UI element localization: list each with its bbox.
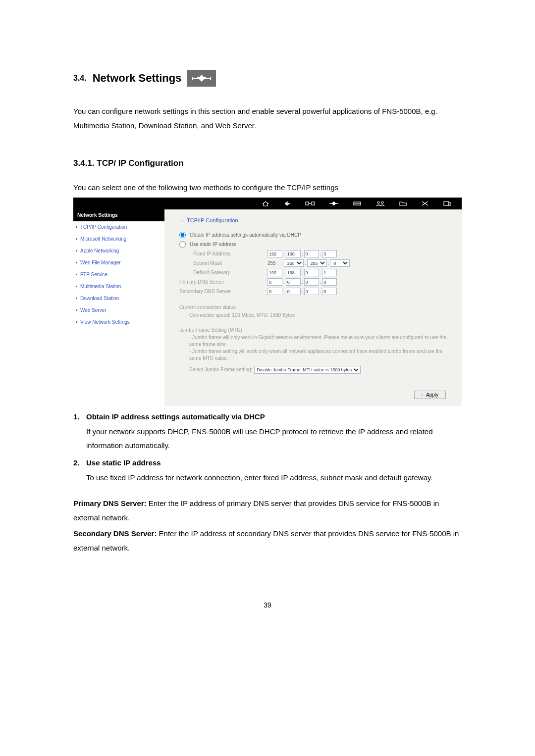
gateway-1[interactable]	[268, 269, 282, 276]
fixed-ip-2[interactable]	[286, 250, 301, 257]
svg-point-14	[377, 202, 379, 203]
pdns-row: Primary DNS Server . . .	[179, 278, 453, 286]
radio-static-row[interactable]: Use static IP address	[179, 241, 453, 249]
sdns-row: Secondary DNS Server . . .	[179, 288, 453, 296]
jumbo-select[interactable]: Disable Jumbo Frame, MTU value is 1500 b…	[254, 366, 361, 374]
pane-title: →TCP/IP Configuration	[179, 216, 453, 225]
sidebar-item-apple[interactable]: Apple Networking	[73, 245, 164, 257]
gateway-2[interactable]	[286, 269, 301, 276]
radio-dhcp[interactable]	[179, 232, 186, 238]
radio-dhcp-label: Obtain IP address settings automatically…	[190, 231, 301, 239]
list-2-head: Use static IP address	[86, 457, 161, 469]
fixed-ip-1[interactable]	[268, 250, 282, 257]
sdns-2[interactable]	[286, 288, 301, 295]
disk-icon[interactable]	[353, 201, 362, 206]
network-topbar-icon[interactable]	[329, 201, 339, 206]
fixed-ip-row: Fixed IP Address . . .	[193, 250, 453, 258]
pdns-4[interactable]	[322, 278, 337, 286]
list-2-body: To use fixed IP address for network conn…	[86, 471, 462, 485]
conn-line1: Current connection status	[179, 303, 453, 311]
svg-rect-6	[306, 202, 309, 205]
folder-icon[interactable]	[399, 201, 407, 206]
page-number: 39	[73, 600, 462, 610]
list-1-head: Obtain IP address settings automatically…	[86, 411, 265, 423]
subnet-1: 255	[268, 259, 280, 267]
gateway-row: Default Gateway . . .	[193, 269, 453, 277]
home-icon[interactable]	[262, 201, 269, 206]
tools-icon[interactable]	[421, 201, 429, 206]
list-1-body: If your network supports DHCP, FNS-5000B…	[86, 425, 462, 453]
list-num-1: 1.	[73, 411, 86, 423]
fixed-ip-label: Fixed IP Address	[193, 250, 268, 258]
conn-line2: Connection speed: 100 Mbps, MTU: 1500 By…	[189, 311, 453, 319]
primary-dns-label: Primary DNS Server:	[73, 499, 147, 507]
numbered-list: 1.Obtain IP address settings automatical…	[73, 411, 462, 485]
fixed-ip-4[interactable]	[322, 250, 337, 257]
users-icon[interactable]	[375, 201, 385, 206]
secondary-dns-para: Secondary DNS Server: Enter the IP addre…	[73, 527, 462, 555]
pdns-2[interactable]	[286, 278, 301, 286]
sidebar-item-multimedia[interactable]: Multimedia Station	[73, 281, 164, 293]
panel-topbar	[73, 198, 462, 209]
heading-number: 3.4.	[73, 72, 87, 85]
sidebar-item-webserver[interactable]: Web Server	[73, 304, 164, 316]
svg-point-15	[381, 202, 383, 203]
jumbo-line2: - Jumbo frame setting will work only whe…	[189, 348, 453, 362]
intro-text: You can configure network settings in th…	[73, 104, 462, 133]
pane-title-text: TCP/IP Configuration	[187, 217, 238, 223]
sdns-1[interactable]	[268, 288, 282, 295]
list-num-2: 2.	[73, 457, 86, 469]
jumbo-section: Jumbo Frame Setting (MTU) - Jumbo frame …	[179, 326, 453, 374]
sidebar-item-view[interactable]: View Network Settings	[73, 316, 164, 328]
secondary-dns-label: Secondary DNS Server:	[73, 529, 157, 538]
sdns-label: Secondary DNS Server	[179, 288, 268, 296]
heading-title: Network Settings	[93, 69, 182, 87]
sidebar-item-webfile[interactable]: Web File Manager	[73, 257, 164, 269]
svg-marker-10	[332, 202, 336, 205]
primary-dns-para: Primary DNS Server: Enter the IP address…	[73, 497, 462, 525]
pdns-3[interactable]	[304, 278, 319, 286]
pdns-label: Primary DNS Server	[179, 278, 268, 286]
jumbo-line1: - Jumbo frame will only work in Gigabit …	[189, 334, 453, 348]
radio-static[interactable]	[179, 241, 186, 248]
svg-rect-17	[449, 202, 450, 205]
subnet-2[interactable]: 255	[284, 259, 304, 267]
sdns-4[interactable]	[322, 288, 337, 295]
jumbo-select-label: Select Jumbo Frame setting:	[189, 366, 252, 374]
network-icon	[187, 70, 216, 87]
sidebar-item-tcpip[interactable]: TCP/IP Configuration	[73, 221, 164, 233]
panel-sidebar: Network Settings TCP/IP Configuration Mi…	[73, 209, 164, 406]
svg-rect-16	[444, 202, 449, 205]
subnet-4[interactable]: 0	[330, 259, 350, 267]
svg-rect-5	[197, 77, 206, 79]
subsection-heading: 3.4.1. TCP/ IP Configuration	[73, 156, 462, 170]
gateway-label: Default Gateway	[193, 269, 268, 277]
report-icon[interactable]	[443, 201, 451, 206]
subnet-3[interactable]: 255	[307, 259, 327, 267]
connection-status: Current connection status Connection spe…	[179, 303, 453, 319]
subsection-intro: You can select one of the following two …	[73, 182, 462, 194]
gateway-3[interactable]	[304, 269, 319, 276]
fixed-ip-3[interactable]	[304, 250, 319, 257]
sidebar-item-download[interactable]: Download Station	[73, 293, 164, 304]
subnet-label: Subnet Mask	[193, 259, 268, 267]
sdns-3[interactable]	[304, 288, 319, 295]
pdns-1[interactable]	[268, 278, 282, 286]
jumbo-title: Jumbo Frame Setting (MTU)	[179, 326, 453, 334]
svg-rect-8	[312, 202, 315, 205]
sidebar-item-ftp[interactable]: FTP Service	[73, 269, 164, 281]
subnet-row: Subnet Mask 255. 255. 255. 0	[193, 259, 453, 267]
sidebar-item-microsoft[interactable]: Microsoft Networking	[73, 233, 164, 245]
lightning-icon[interactable]	[283, 201, 291, 206]
section-heading: 3.4. Network Settings	[73, 69, 462, 87]
gateway-4[interactable]	[322, 269, 337, 276]
server-icon[interactable]	[305, 201, 315, 206]
content-pane: →TCP/IP Configuration Obtain IP address …	[164, 209, 462, 406]
tcpip-panel: Network Settings TCP/IP Configuration Mi…	[73, 198, 462, 406]
apply-button[interactable]: Apply	[414, 391, 446, 399]
radio-dhcp-row[interactable]: Obtain IP address settings automatically…	[179, 231, 453, 239]
radio-static-label: Use static IP address	[190, 241, 236, 249]
sidebar-header: Network Settings	[73, 209, 164, 221]
